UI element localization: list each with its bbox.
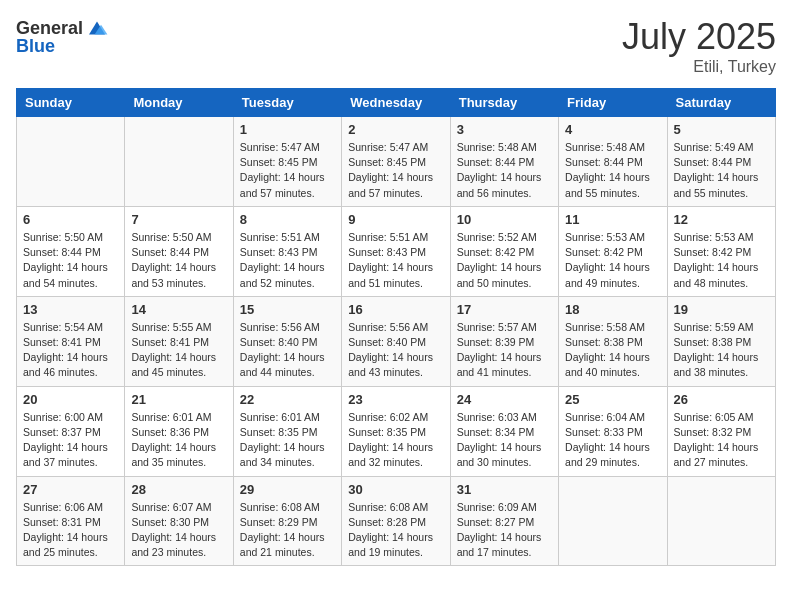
cell-content: Sunrise: 6:00 AMSunset: 8:37 PMDaylight:… (23, 410, 118, 471)
cell-content: Sunrise: 6:05 AMSunset: 8:32 PMDaylight:… (674, 410, 769, 471)
day-number: 29 (240, 482, 335, 497)
cell-content: Sunrise: 6:09 AMSunset: 8:27 PMDaylight:… (457, 500, 552, 561)
calendar-cell: 23Sunrise: 6:02 AMSunset: 8:35 PMDayligh… (342, 386, 450, 476)
cell-content: Sunrise: 5:52 AMSunset: 8:42 PMDaylight:… (457, 230, 552, 291)
calendar-cell (17, 117, 125, 207)
calendar-cell: 26Sunrise: 6:05 AMSunset: 8:32 PMDayligh… (667, 386, 775, 476)
calendar-cell: 17Sunrise: 5:57 AMSunset: 8:39 PMDayligh… (450, 296, 558, 386)
calendar-cell (125, 117, 233, 207)
page-header: General Blue July 2025 Etili, Turkey (16, 16, 776, 76)
day-number: 16 (348, 302, 443, 317)
cell-content: Sunrise: 6:02 AMSunset: 8:35 PMDaylight:… (348, 410, 443, 471)
cell-content: Sunrise: 5:51 AMSunset: 8:43 PMDaylight:… (348, 230, 443, 291)
calendar-cell: 15Sunrise: 5:56 AMSunset: 8:40 PMDayligh… (233, 296, 341, 386)
day-number: 20 (23, 392, 118, 407)
calendar-cell: 5Sunrise: 5:49 AMSunset: 8:44 PMDaylight… (667, 117, 775, 207)
day-number: 21 (131, 392, 226, 407)
calendar-cell: 19Sunrise: 5:59 AMSunset: 8:38 PMDayligh… (667, 296, 775, 386)
column-header-sunday: Sunday (17, 89, 125, 117)
calendar-cell: 6Sunrise: 5:50 AMSunset: 8:44 PMDaylight… (17, 206, 125, 296)
calendar-cell: 20Sunrise: 6:00 AMSunset: 8:37 PMDayligh… (17, 386, 125, 476)
cell-content: Sunrise: 5:54 AMSunset: 8:41 PMDaylight:… (23, 320, 118, 381)
calendar-cell: 7Sunrise: 5:50 AMSunset: 8:44 PMDaylight… (125, 206, 233, 296)
calendar-week-5: 27Sunrise: 6:06 AMSunset: 8:31 PMDayligh… (17, 476, 776, 566)
cell-content: Sunrise: 6:01 AMSunset: 8:36 PMDaylight:… (131, 410, 226, 471)
cell-content: Sunrise: 5:48 AMSunset: 8:44 PMDaylight:… (565, 140, 660, 201)
day-number: 22 (240, 392, 335, 407)
calendar-cell: 3Sunrise: 5:48 AMSunset: 8:44 PMDaylight… (450, 117, 558, 207)
cell-content: Sunrise: 6:06 AMSunset: 8:31 PMDaylight:… (23, 500, 118, 561)
calendar-cell: 12Sunrise: 5:53 AMSunset: 8:42 PMDayligh… (667, 206, 775, 296)
day-number: 17 (457, 302, 552, 317)
day-number: 2 (348, 122, 443, 137)
cell-content: Sunrise: 6:04 AMSunset: 8:33 PMDaylight:… (565, 410, 660, 471)
title-block: July 2025 Etili, Turkey (622, 16, 776, 76)
day-number: 27 (23, 482, 118, 497)
day-number: 15 (240, 302, 335, 317)
logo-blue: Blue (16, 36, 55, 57)
cell-content: Sunrise: 5:51 AMSunset: 8:43 PMDaylight:… (240, 230, 335, 291)
logo: General Blue (16, 16, 109, 57)
cell-content: Sunrise: 6:08 AMSunset: 8:28 PMDaylight:… (348, 500, 443, 561)
cell-content: Sunrise: 5:58 AMSunset: 8:38 PMDaylight:… (565, 320, 660, 381)
day-number: 6 (23, 212, 118, 227)
cell-content: Sunrise: 5:55 AMSunset: 8:41 PMDaylight:… (131, 320, 226, 381)
calendar-cell: 22Sunrise: 6:01 AMSunset: 8:35 PMDayligh… (233, 386, 341, 476)
day-number: 11 (565, 212, 660, 227)
day-number: 5 (674, 122, 769, 137)
day-number: 1 (240, 122, 335, 137)
cell-content: Sunrise: 5:53 AMSunset: 8:42 PMDaylight:… (674, 230, 769, 291)
cell-content: Sunrise: 6:01 AMSunset: 8:35 PMDaylight:… (240, 410, 335, 471)
calendar-cell: 29Sunrise: 6:08 AMSunset: 8:29 PMDayligh… (233, 476, 341, 566)
cell-content: Sunrise: 6:08 AMSunset: 8:29 PMDaylight:… (240, 500, 335, 561)
day-number: 13 (23, 302, 118, 317)
day-number: 7 (131, 212, 226, 227)
calendar-cell: 31Sunrise: 6:09 AMSunset: 8:27 PMDayligh… (450, 476, 558, 566)
calendar-cell: 18Sunrise: 5:58 AMSunset: 8:38 PMDayligh… (559, 296, 667, 386)
calendar-cell (559, 476, 667, 566)
calendar-cell: 8Sunrise: 5:51 AMSunset: 8:43 PMDaylight… (233, 206, 341, 296)
cell-content: Sunrise: 6:03 AMSunset: 8:34 PMDaylight:… (457, 410, 552, 471)
calendar-cell: 21Sunrise: 6:01 AMSunset: 8:36 PMDayligh… (125, 386, 233, 476)
column-header-saturday: Saturday (667, 89, 775, 117)
calendar-cell: 13Sunrise: 5:54 AMSunset: 8:41 PMDayligh… (17, 296, 125, 386)
day-number: 19 (674, 302, 769, 317)
day-number: 31 (457, 482, 552, 497)
calendar-cell: 30Sunrise: 6:08 AMSunset: 8:28 PMDayligh… (342, 476, 450, 566)
cell-content: Sunrise: 6:07 AMSunset: 8:30 PMDaylight:… (131, 500, 226, 561)
day-number: 9 (348, 212, 443, 227)
column-header-tuesday: Tuesday (233, 89, 341, 117)
calendar-cell: 2Sunrise: 5:47 AMSunset: 8:45 PMDaylight… (342, 117, 450, 207)
calendar-week-4: 20Sunrise: 6:00 AMSunset: 8:37 PMDayligh… (17, 386, 776, 476)
calendar-week-1: 1Sunrise: 5:47 AMSunset: 8:45 PMDaylight… (17, 117, 776, 207)
calendar-cell: 10Sunrise: 5:52 AMSunset: 8:42 PMDayligh… (450, 206, 558, 296)
cell-content: Sunrise: 5:57 AMSunset: 8:39 PMDaylight:… (457, 320, 552, 381)
day-number: 14 (131, 302, 226, 317)
cell-content: Sunrise: 5:59 AMSunset: 8:38 PMDaylight:… (674, 320, 769, 381)
day-number: 4 (565, 122, 660, 137)
column-header-wednesday: Wednesday (342, 89, 450, 117)
calendar: SundayMondayTuesdayWednesdayThursdayFrid… (16, 88, 776, 566)
cell-content: Sunrise: 5:49 AMSunset: 8:44 PMDaylight:… (674, 140, 769, 201)
calendar-week-2: 6Sunrise: 5:50 AMSunset: 8:44 PMDaylight… (17, 206, 776, 296)
calendar-cell: 4Sunrise: 5:48 AMSunset: 8:44 PMDaylight… (559, 117, 667, 207)
day-number: 10 (457, 212, 552, 227)
calendar-cell: 9Sunrise: 5:51 AMSunset: 8:43 PMDaylight… (342, 206, 450, 296)
day-number: 3 (457, 122, 552, 137)
calendar-cell: 25Sunrise: 6:04 AMSunset: 8:33 PMDayligh… (559, 386, 667, 476)
month-title: July 2025 (622, 16, 776, 58)
cell-content: Sunrise: 5:47 AMSunset: 8:45 PMDaylight:… (240, 140, 335, 201)
logo-icon (85, 16, 109, 40)
location-title: Etili, Turkey (622, 58, 776, 76)
cell-content: Sunrise: 5:50 AMSunset: 8:44 PMDaylight:… (131, 230, 226, 291)
day-number: 23 (348, 392, 443, 407)
cell-content: Sunrise: 5:50 AMSunset: 8:44 PMDaylight:… (23, 230, 118, 291)
day-number: 24 (457, 392, 552, 407)
calendar-cell: 16Sunrise: 5:56 AMSunset: 8:40 PMDayligh… (342, 296, 450, 386)
column-header-friday: Friday (559, 89, 667, 117)
cell-content: Sunrise: 5:48 AMSunset: 8:44 PMDaylight:… (457, 140, 552, 201)
column-header-monday: Monday (125, 89, 233, 117)
day-number: 18 (565, 302, 660, 317)
day-number: 30 (348, 482, 443, 497)
calendar-cell: 11Sunrise: 5:53 AMSunset: 8:42 PMDayligh… (559, 206, 667, 296)
